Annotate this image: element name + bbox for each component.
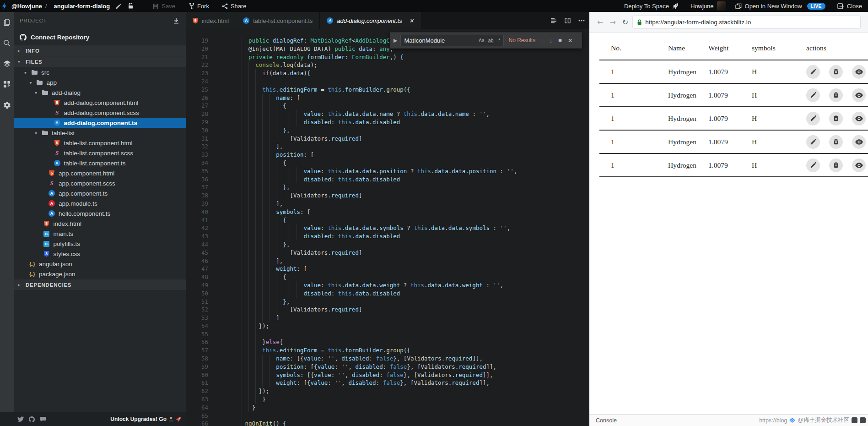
code-line[interactable]: 27 { [186, 102, 589, 110]
view-button[interactable] [852, 112, 866, 126]
code-line[interactable]: 33 position: [ [186, 151, 589, 159]
code-line[interactable]: 23 if(data.data){ [186, 69, 589, 77]
edit-button[interactable] [806, 88, 820, 102]
tree-file-package.json[interactable]: {..}package.json [14, 269, 186, 279]
tree-file-add-dialog.component.scss[interactable]: Sadd-dialog.component.scss [14, 108, 186, 118]
split-editor-icon[interactable] [565, 18, 571, 23]
code-line[interactable]: 26 name: [ [186, 94, 589, 102]
tree-file-polyfills.ts[interactable]: TSpolyfills.ts [14, 239, 186, 249]
whole-word-icon[interactable]: ab [488, 38, 494, 43]
edit-button[interactable] [806, 158, 820, 172]
tree-file-index.html[interactable]: 5index.html [14, 218, 186, 229]
share-button[interactable]: Share [222, 3, 247, 10]
close-button[interactable]: Close [837, 3, 862, 10]
section-info[interactable]: ▸ INFO [14, 45, 186, 56]
deploy-button[interactable]: Deploy To Space [624, 3, 679, 10]
open-files-list-icon[interactable] [550, 18, 557, 23]
view-button[interactable] [852, 88, 866, 102]
code-line[interactable]: 32 ], [186, 142, 589, 151]
code-line[interactable]: 60 symbols: [{value: '', disabled: false… [186, 371, 589, 379]
tab-table-list.component.ts[interactable]: Atable-list.component.ts [236, 12, 320, 29]
tree-file-main.ts[interactable]: TSmain.ts [14, 229, 186, 239]
settings-gear-icon[interactable] [3, 101, 11, 109]
twitter-icon[interactable] [17, 416, 24, 422]
code-line[interactable]: 38 [Validators.required] [186, 191, 589, 200]
code-line[interactable]: 56 }else{ [186, 338, 589, 346]
match-case-icon[interactable]: Aa [479, 38, 485, 43]
delete-button[interactable] [829, 88, 843, 102]
tree-file-app.component.scss[interactable]: Sapp.component.scss [14, 178, 186, 188]
project-files-icon[interactable] [4, 18, 11, 27]
code-line[interactable]: 37 }, [186, 183, 589, 191]
code-line[interactable]: 28 value: this.data.data.name ? this.dat… [186, 110, 589, 118]
chat-icon[interactable] [40, 416, 46, 422]
view-button[interactable] [852, 135, 866, 149]
code-line[interactable]: 40 symbols: [ [186, 208, 589, 216]
code-line[interactable]: 58 name: [{value: '', disabled: false}, … [186, 355, 589, 363]
code-line[interactable]: 66 ngOnInit() { [186, 420, 589, 426]
code-line[interactable]: 61 weight: [{value: '', disabled: false}… [186, 379, 589, 387]
close-tab-icon[interactable]: ✕ [409, 17, 414, 24]
tree-file-angular.json[interactable]: {..}angular.json [14, 259, 186, 269]
connect-repository-button[interactable]: Connect Repository [14, 29, 186, 45]
chevron-down-icon[interactable]: ▾ [24, 70, 27, 75]
code-line[interactable]: 47 weight: [ [186, 265, 589, 273]
back-icon[interactable]: ← [597, 18, 603, 27]
chevron-down-icon[interactable]: ▾ [35, 131, 37, 136]
code-line[interactable]: 62 }); [186, 387, 589, 395]
code-line[interactable]: 45 [Validators.required] [186, 249, 589, 257]
code-line[interactable]: 39 ], [186, 200, 589, 208]
code-line[interactable]: 64 } [186, 404, 589, 412]
view-button[interactable] [852, 158, 866, 172]
code-line[interactable]: 42 value: this.data.data.symbols ? this.… [186, 224, 589, 232]
delete-button[interactable] [829, 158, 843, 172]
breadcrumb-user[interactable]: @Howjune [11, 3, 42, 10]
delete-button[interactable] [829, 112, 843, 126]
code-line[interactable]: 53 ] [186, 314, 589, 322]
view-button[interactable] [852, 65, 866, 79]
username-menu[interactable]: Howjune [690, 3, 714, 10]
tree-folder-table-list[interactable]: ▾table-list [14, 128, 186, 138]
code-line[interactable]: 22 console.log(data); [186, 61, 589, 69]
tree-file-hello.component.ts[interactable]: Ahello.component.ts [14, 208, 186, 218]
tab-index.html[interactable]: 5index.html [186, 12, 236, 29]
url-bar[interactable]: https://angular-form-dialog.stackblitz.i… [632, 16, 861, 29]
find-input[interactable]: MatIconModule Aa ab .* [400, 35, 504, 46]
code-line[interactable]: 46 ], [186, 257, 589, 265]
save-button[interactable]: Save [153, 3, 175, 10]
code-editor[interactable]: 19 public dialogRef: MatDialogRef<AddDia… [186, 29, 589, 426]
code-line[interactable]: 55 [186, 330, 589, 339]
breadcrumb-project[interactable]: angular-form-dialog [54, 3, 110, 10]
code-line[interactable]: 41 { [186, 216, 589, 224]
next-match-icon[interactable]: ↓ [550, 37, 553, 44]
stackblitz-bolt-icon[interactable] [2, 2, 8, 10]
open-new-window-button[interactable]: Open in New Window LIVE [735, 3, 825, 10]
code-line[interactable]: 24 [186, 77, 589, 86]
tree-file-app.component.ts[interactable]: Aapp.component.ts [14, 188, 186, 198]
tree-file-app.module.ts[interactable]: Aapp.module.ts [14, 198, 186, 208]
github-icon[interactable] [29, 416, 35, 422]
tree-folder-add-dialog[interactable]: ▾add-dialog [14, 87, 186, 98]
delete-button[interactable] [829, 135, 843, 149]
tree-file-add-dialog.component.ts[interactable]: Aadd-dialog.component.ts [14, 118, 186, 128]
unlock-icon[interactable] [128, 3, 134, 9]
tree-file-table-list.component.ts[interactable]: Atable-list.component.ts [14, 158, 186, 168]
find-in-selection-icon[interactable]: ≡ [558, 37, 562, 44]
code-line[interactable]: 65 [186, 412, 589, 420]
tree-folder-app[interactable]: ▾app [14, 77, 186, 87]
collections-icon[interactable] [3, 60, 11, 68]
code-line[interactable]: 44 }, [186, 240, 589, 249]
edit-button[interactable] [806, 112, 820, 126]
fork-button[interactable]: Fork [189, 3, 209, 10]
code-line[interactable]: 48 { [186, 273, 589, 281]
code-line[interactable]: 51 }, [186, 298, 589, 306]
toggle-replace-icon[interactable]: ▶ [394, 38, 397, 44]
code-line[interactable]: 34 { [186, 159, 589, 167]
regex-icon[interactable]: .* [497, 38, 500, 43]
apps-icon[interactable] [3, 80, 11, 88]
delete-button[interactable] [829, 65, 843, 79]
code-line[interactable]: 59 position: [{value: '', disabled: fals… [186, 363, 589, 371]
code-line[interactable]: 57 this.editingForm = this.formBuilder.g… [186, 346, 589, 355]
code-line[interactable]: 30 }, [186, 126, 589, 135]
code-line[interactable]: 49 value: this.data.data.weight ? this.d… [186, 281, 589, 289]
